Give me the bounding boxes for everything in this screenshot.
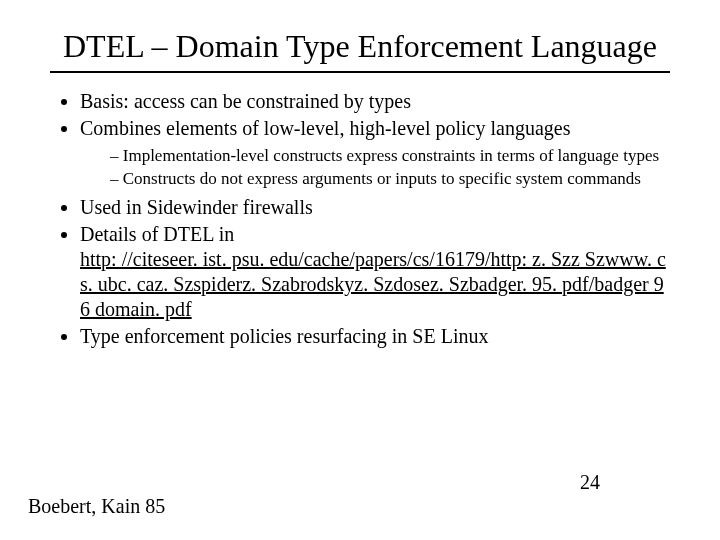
sub-bullet-list: Implementation-level constructs express … xyxy=(80,145,670,190)
bullet-item: Used in Sidewinder firewalls xyxy=(80,195,670,220)
footer-citation: Boebert, Kain 85 xyxy=(28,495,165,518)
bullet-item: Details of DTEL in http: //citeseer. ist… xyxy=(80,222,670,322)
sub-bullet-item: Constructs do not express arguments or i… xyxy=(110,168,670,189)
bullet-item: Combines elements of low-level, high-lev… xyxy=(80,116,670,190)
sub-bullet-item: Implementation-level constructs express … xyxy=(110,145,670,166)
bullet-list: Basis: access can be constrained by type… xyxy=(50,89,670,350)
title-underline xyxy=(50,71,670,73)
bullet-text: Details of DTEL in xyxy=(80,223,234,245)
bullet-item: Basis: access can be constrained by type… xyxy=(80,89,670,114)
details-link[interactable]: http: //citeseer. ist. psu. edu/cache/pa… xyxy=(80,248,666,320)
page-number: 24 xyxy=(580,471,600,494)
bullet-text: Combines elements of low-level, high-lev… xyxy=(80,117,570,139)
slide-title: DTEL – Domain Type Enforcement Language xyxy=(50,28,670,65)
slide: DTEL – Domain Type Enforcement Language … xyxy=(0,0,720,540)
bullet-item: Type enforcement policies resurfacing in… xyxy=(80,324,670,349)
